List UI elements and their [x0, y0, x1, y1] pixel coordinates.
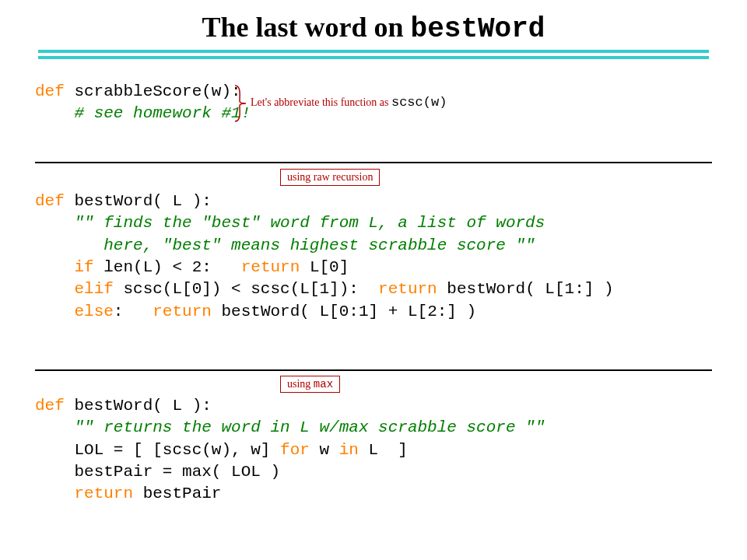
label-using-max: using max: [280, 376, 340, 393]
title-prefix: The last word on: [202, 12, 411, 43]
annotation-abbrev: Let's abbreviate this function as scsc(w…: [251, 95, 447, 110]
code-block-bestword-recursive: def bestWord( L ): "" finds the "best" w…: [35, 191, 614, 323]
divider-2: [35, 369, 712, 371]
brace-icon: [233, 84, 247, 123]
code-block-bestword-max: def bestWord( L ): "" returns the word i…: [35, 395, 545, 506]
slide-title: The last word on bestWord: [35, 11, 712, 45]
label-raw-recursion: using raw recursion: [280, 169, 380, 186]
code-block-scrabblescore: def scrabbleScore(w): # see homework #1!: [35, 81, 251, 125]
title-code: bestWord: [411, 13, 545, 45]
title-rule: [38, 50, 709, 59]
slide: The last word on bestWord def scrabbleSc…: [0, 0, 747, 560]
divider-1: [35, 162, 712, 163]
